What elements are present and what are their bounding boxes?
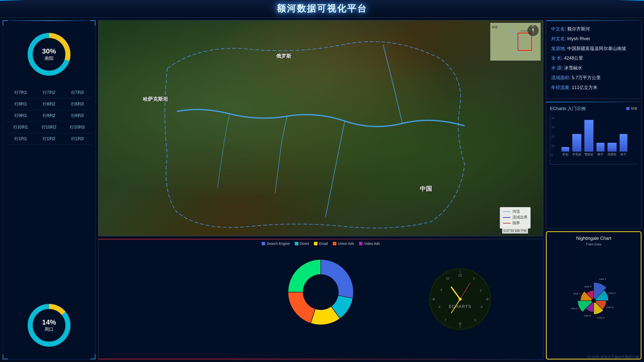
map-legend: 河流 流域边界 国界 [500, 207, 531, 229]
bar-chart-panel: ECharts 入门示例 销量 010203040 衬衫 羊毛衫 雪纺衫 裤子 … [546, 102, 641, 229]
bar-label: 袜子 [620, 152, 626, 157]
bar-label: 衬衫 [562, 152, 569, 157]
svg-text:N: N [532, 24, 534, 27]
table-row: 行9列1行9列2行9列3 [7, 110, 92, 122]
svg-text:8: 8 [439, 305, 440, 309]
bar-rect [608, 143, 617, 152]
donut-svg [280, 252, 361, 332]
bar-chart-area: 010203040 衬衫 羊毛衫 雪纺衫 裤子 高跟鞋 袜子 [550, 114, 637, 164]
bar-label: 高跟鞋 [608, 152, 617, 157]
bottom-center-panel: Search EngineDirectEmailUnion AdsVideo A… [98, 239, 543, 359]
donut-legend-item: Direct [295, 242, 309, 246]
bar-label: 羊毛衫 [572, 152, 581, 157]
nightingale-panel: Nightingale Chart Fake Data rose 1rose 2… [546, 231, 641, 359]
bar-group: 裤子 [596, 143, 604, 157]
donut-legend-item: Union Ads [333, 242, 354, 246]
legend-national: 国界 [512, 221, 520, 225]
bar-legend-dot [626, 107, 629, 110]
clock: 12 6 9 3 10 2 9 8 4 2 7 5 ECHARTS [427, 266, 493, 332]
svg-text:9: 9 [433, 297, 435, 301]
donut-segment [288, 259, 321, 292]
map-label-china: 中国 [420, 185, 432, 193]
header: 额河数据可视化平台 [0, 0, 644, 18]
donut-chart-2: 14% 周口 [7, 295, 92, 355]
bar-rect [584, 120, 593, 152]
donut-legend-item: Search Engine [262, 242, 290, 246]
svg-text:rose 6: rose 6 [571, 307, 578, 310]
header-corner-tr [619, 0, 644, 1]
info-line: 年径流量: 111亿立方米 [551, 84, 636, 91]
donut1-percent: 30% [42, 47, 56, 55]
bar-label: 裤子 [597, 152, 603, 157]
svg-point-43 [591, 298, 596, 303]
info-line: 外文名: Irtysh River [551, 35, 636, 42]
bar-chart-legend: 销量 [626, 106, 637, 111]
svg-text:10: 10 [446, 277, 449, 280]
nightingale-svg: rose 1rose 2rose 3rose 4rose 5rose 6rose… [550, 260, 637, 341]
right-panel: 中文名: 额尔齐斯河外文名: Irtysh River发源地: 中国新疆富蕴县阿… [546, 20, 641, 359]
svg-text:9: 9 [440, 288, 442, 292]
bar-rect [620, 134, 627, 152]
donut-legend: Search EngineDirectEmailUnion AdsVideo A… [98, 239, 543, 247]
bar-label: 雪纺衫 [584, 152, 593, 157]
bar-group: 雪纺衫 [584, 120, 593, 157]
donut-segment [288, 292, 315, 323]
info-line: 发源地: 中国新疆富蕴县阿尔泰山南坡 [551, 45, 636, 52]
donut1-name: 南阳 [42, 55, 56, 61]
bar-chart-title: ECharts 入门示例 销量 [550, 106, 637, 112]
svg-text:rose 3: rose 3 [607, 306, 614, 308]
center-panel: 俄罗斯 哈萨克斯坦 中国 新疆 阿尔泰山脉 [98, 20, 543, 359]
bar-group: 高跟鞋 [608, 143, 617, 157]
svg-point-34 [459, 298, 462, 301]
main-layout: 30% 南阳 行7列1行7列2行7列3行8列1行8列2行8列3行9列1行9列2行… [0, 18, 644, 362]
compass: N [527, 24, 539, 37]
svg-text:2: 2 [473, 277, 475, 280]
donut-segment [321, 259, 353, 298]
svg-text:新疆: 新疆 [492, 25, 498, 29]
map-label-kazakhstan: 哈萨克斯坦 [143, 96, 168, 103]
info-line: 水 源: 冰雪融水 [551, 64, 636, 72]
nightingale-chart: rose 1rose 2rose 3rose 4rose 5rose 6rose… [550, 249, 637, 353]
data-table: 行7列1行7列2行7列3行8列1行8列2行8列3行9列1行9列2行9列3行10列… [7, 87, 92, 293]
svg-text:5: 5 [474, 319, 476, 322]
page-title: 额河数据可视化平台 [277, 3, 367, 15]
svg-text:ECHARTS: ECHARTS [449, 304, 471, 309]
info-line: 流域面积: 5.7万平方公里 [551, 74, 636, 81]
svg-text:3: 3 [486, 297, 488, 301]
watermark: ©CSDN @努力不被AI代替的小杨 [587, 355, 639, 359]
y-axis-labels: 010203040 [550, 117, 556, 157]
svg-text:4: 4 [481, 305, 482, 309]
svg-text:2: 2 [480, 289, 482, 292]
map-background: 俄罗斯 哈萨克斯坦 中国 新疆 阿尔泰山脉 [98, 20, 543, 236]
bar-group: 衬衫 [561, 147, 569, 157]
left-panel: 30% 南阳 行7列1行7列2行7列3行8列1行8列2行8列3行9列1行9列2行… [3, 20, 96, 359]
svg-text:6: 6 [459, 322, 461, 326]
info-line: 中文名: 额尔齐斯河 [551, 25, 636, 33]
nightingale-title: Nightingale Chart [550, 236, 637, 241]
svg-text:rose 1: rose 1 [599, 278, 606, 280]
map-label-russia: 俄罗斯 [276, 53, 291, 60]
map-container: 俄罗斯 哈萨克斯坦 中国 新疆 阿尔泰山脉 [98, 20, 543, 236]
donut2-name: 周口 [42, 326, 56, 332]
svg-text:12: 12 [458, 273, 462, 277]
legend-river: 河流 [512, 209, 520, 214]
donut-legend-item: Email [314, 242, 328, 246]
svg-text:7: 7 [445, 319, 447, 322]
donut-legend-item: Video Ads [359, 242, 380, 246]
donut2-percent: 14% [42, 318, 56, 326]
info-line: 全 长: 4248公里 [551, 55, 636, 62]
svg-text:rose 4: rose 4 [597, 316, 605, 319]
table-row: 行8列1行8列2行8列3 [7, 99, 92, 110]
table-grid: 行7列1行7列2行7列3行8列1行8列2行8列3行9列1行9列2行9列3行10列… [7, 87, 92, 145]
table-row: 行10列1行10列2行10列3 [7, 122, 92, 133]
bar-group: 袜子 [620, 134, 627, 157]
svg-text:rose 5: rose 5 [584, 314, 591, 317]
svg-text:rose 2: rose 2 [609, 291, 616, 294]
table-row: 行7列1行7列2行7列3 [7, 87, 92, 99]
bar-group: 羊毛衫 [572, 134, 581, 157]
donut-chart-1: 30% 南阳 [7, 24, 92, 84]
main-donut-chart: 12 6 9 3 10 2 9 8 4 2 7 5 ECHARTS [98, 247, 543, 337]
bar-rect [596, 143, 604, 152]
bar-rect [572, 134, 581, 152]
legend-basin: 流域边界 [512, 215, 528, 220]
